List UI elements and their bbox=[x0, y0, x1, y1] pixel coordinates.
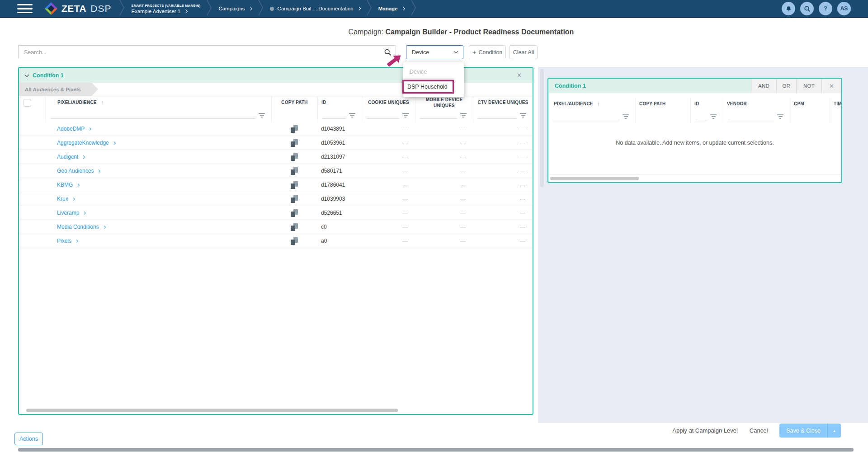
top-nav: ZETA DSP SMART PROJECTS (VARIABLE MARGIN… bbox=[0, 0, 868, 18]
mobile-uniques-value: — bbox=[415, 168, 473, 174]
mobile-uniques-value: — bbox=[415, 154, 473, 160]
operator-and-button[interactable]: AND bbox=[751, 79, 776, 93]
column-header-cpm[interactable]: CPM bbox=[790, 98, 830, 111]
copy-path-icon[interactable] bbox=[291, 153, 298, 161]
page-horizontal-scrollbar[interactable] bbox=[18, 448, 854, 452]
apply-campaign-level-link[interactable]: Apply at Campaign Level bbox=[672, 427, 738, 434]
row-link[interactable]: Audigent bbox=[57, 154, 78, 160]
cookie-uniques-value: — bbox=[362, 224, 415, 230]
column-header-copy-path[interactable]: COPY PATH bbox=[635, 98, 690, 111]
row-link[interactable]: Pixels bbox=[57, 238, 71, 244]
cookie-uniques-value: — bbox=[362, 140, 415, 146]
row-link[interactable]: Media Conditions bbox=[57, 224, 99, 230]
close-icon[interactable]: ✕ bbox=[829, 83, 834, 89]
row-id: d580171 bbox=[317, 168, 362, 174]
filter-icon[interactable] bbox=[777, 114, 783, 120]
zeta-diamond-icon bbox=[44, 2, 58, 15]
filter-icon[interactable] bbox=[710, 114, 717, 120]
condition-type-value: Device bbox=[412, 49, 429, 56]
horizontal-scrollbar[interactable] bbox=[550, 177, 639, 180]
cancel-link[interactable]: Cancel bbox=[750, 427, 768, 434]
row-link[interactable]: Geo Audiences bbox=[57, 168, 94, 174]
breadcrumb-manage[interactable]: Manage bbox=[374, 6, 409, 11]
column-header-tim[interactable]: TIM bbox=[830, 98, 845, 111]
filter-icon[interactable] bbox=[520, 113, 526, 118]
hamburger-menu-icon[interactable] bbox=[17, 4, 33, 13]
close-icon[interactable]: ✕ bbox=[517, 72, 522, 79]
plus-icon: + bbox=[472, 48, 476, 56]
caret-up-icon[interactable]: ▴ bbox=[827, 424, 841, 438]
filter-icon[interactable] bbox=[349, 113, 355, 118]
column-header-pixel-audience[interactable]: PIXEL/AUDIENCE ↑ bbox=[548, 98, 635, 111]
save-close-button[interactable]: Save & Close ▴ bbox=[779, 424, 841, 438]
column-header-mobile-device-uniques[interactable]: MOBILE DEVICE UNIQUES bbox=[415, 96, 473, 109]
add-condition-button[interactable]: + Condition bbox=[469, 45, 506, 59]
copy-path-icon[interactable] bbox=[291, 209, 298, 217]
help-button[interactable]: ? bbox=[819, 2, 832, 15]
table-row: AdobeDMP d1043891 — — — bbox=[19, 122, 533, 136]
row-link[interactable]: AggregateKnowledge bbox=[57, 140, 109, 146]
column-header-copy-path[interactable]: COPY PATH bbox=[271, 96, 317, 109]
column-header-vendor[interactable]: VENDOR bbox=[723, 98, 790, 111]
filter-input-pixel-audience[interactable] bbox=[553, 114, 619, 120]
notifications-button[interactable] bbox=[782, 2, 795, 15]
breadcrumb-advertiser[interactable]: SMART PROJECTS (VARIABLE MARGIN) Example… bbox=[127, 4, 205, 14]
copy-path-icon[interactable] bbox=[291, 139, 298, 147]
vertical-scrollbar[interactable] bbox=[540, 69, 544, 187]
filter-icon[interactable] bbox=[402, 113, 409, 118]
filter-icon[interactable] bbox=[623, 114, 629, 120]
select-all-checkbox[interactable] bbox=[24, 99, 31, 107]
filter-input-ctv-uniques[interactable] bbox=[478, 113, 517, 119]
dropdown-option-device[interactable]: Device bbox=[403, 66, 464, 78]
copy-path-icon[interactable] bbox=[291, 167, 298, 175]
breadcrumb-campaign[interactable]: Campaign Buil ... Documentation bbox=[265, 6, 365, 11]
mobile-uniques-value: — bbox=[415, 238, 473, 244]
operator-not-button[interactable]: NOT bbox=[796, 79, 821, 93]
copy-path-icon[interactable] bbox=[291, 181, 298, 189]
condition-type-dropdown: Device DSP Household bbox=[403, 62, 464, 97]
actions-button[interactable]: Actions bbox=[14, 433, 43, 445]
filter-input-cookie-uniques[interactable] bbox=[367, 113, 399, 119]
copy-path-icon[interactable] bbox=[291, 195, 298, 203]
breadcrumb-separator bbox=[367, 0, 372, 18]
horizontal-scrollbar[interactable] bbox=[26, 409, 398, 412]
global-search-button[interactable] bbox=[800, 2, 814, 15]
filter-row bbox=[19, 109, 533, 122]
breadcrumb-campaigns[interactable]: Campaigns bbox=[214, 6, 256, 11]
column-header-pixel-audience[interactable]: PIXEL/AUDIENCE ↑ bbox=[45, 96, 271, 109]
row-link[interactable]: KBMG bbox=[57, 182, 73, 188]
filter-icon[interactable] bbox=[460, 113, 467, 118]
status-dot-icon bbox=[270, 7, 274, 11]
row-id: c0 bbox=[317, 224, 362, 230]
condition-type-select[interactable]: Device bbox=[406, 45, 463, 59]
filter-input-id[interactable] bbox=[322, 113, 346, 119]
filter-input-id[interactable] bbox=[695, 114, 707, 120]
chevron-right-icon bbox=[113, 141, 116, 144]
tab-all-audiences-pixels[interactable]: All Audiences & Pixels bbox=[19, 83, 98, 96]
filter-input-vendor[interactable] bbox=[728, 114, 774, 120]
avatar[interactable]: AS bbox=[837, 2, 851, 15]
copy-path-icon[interactable] bbox=[291, 125, 298, 133]
clear-all-button[interactable]: Clear All bbox=[509, 45, 538, 59]
operator-or-button[interactable]: OR bbox=[776, 79, 796, 93]
dropdown-option-dsp-household[interactable]: DSP Household bbox=[402, 80, 454, 94]
cookie-uniques-value: — bbox=[362, 210, 415, 216]
ctv-uniques-value: — bbox=[473, 126, 533, 132]
search-input[interactable] bbox=[19, 46, 384, 59]
copy-path-icon[interactable] bbox=[291, 237, 298, 245]
row-link[interactable]: Liveramp bbox=[57, 210, 79, 216]
column-header-id[interactable]: ID bbox=[317, 96, 362, 109]
row-link[interactable]: AdobeDMP bbox=[57, 126, 85, 132]
column-header-ctv-device-uniques[interactable]: CTV DEVICE UNIQUES bbox=[473, 96, 533, 109]
row-link[interactable]: Krux bbox=[57, 196, 68, 202]
filter-input-mobile-uniques[interactable] bbox=[420, 113, 457, 119]
row-id: a0 bbox=[317, 238, 362, 244]
filter-input-pixel-audience[interactable] bbox=[50, 113, 255, 119]
mobile-uniques-value: — bbox=[415, 140, 473, 146]
copy-path-icon[interactable] bbox=[291, 223, 298, 231]
collapse-chevron-icon[interactable] bbox=[25, 72, 29, 77]
filter-icon[interactable] bbox=[259, 113, 265, 118]
column-header-id[interactable]: ID bbox=[690, 98, 723, 111]
column-header-cookie-uniques[interactable]: COOKIE UNIQUES bbox=[362, 96, 415, 109]
table-row: Liveramp d526651 — — — bbox=[19, 206, 533, 220]
